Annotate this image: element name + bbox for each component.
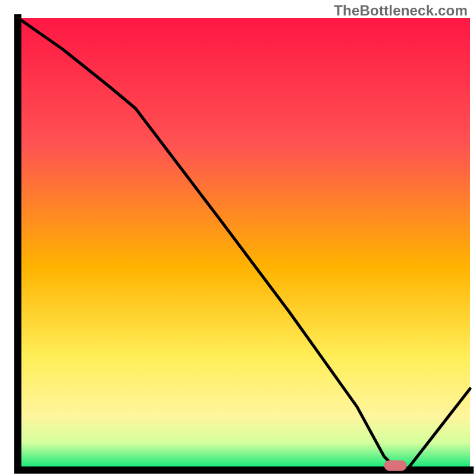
plot-background	[18, 18, 470, 470]
chart-stage: TheBottleneck.com	[0, 0, 476, 476]
optimal-zone-marker	[384, 460, 407, 471]
bottleneck-chart	[0, 0, 476, 476]
